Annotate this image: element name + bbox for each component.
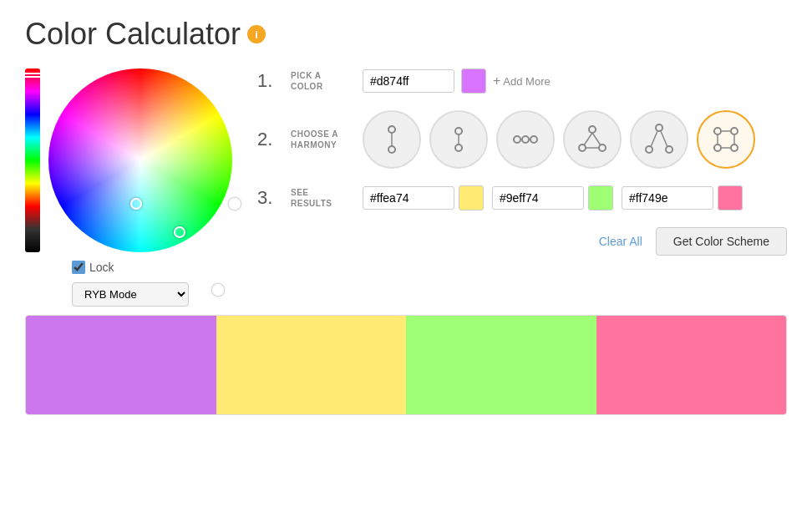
palette-swatch-1 <box>26 316 216 414</box>
svg-point-6 <box>514 136 520 143</box>
right-panel: 1. PICK ACOLOR Add More 2. CHOOSE AHARMO… <box>257 68 787 256</box>
svg-point-8 <box>530 136 537 143</box>
harmony-monochromatic[interactable] <box>363 110 421 169</box>
palette-swatch-2 <box>216 316 407 414</box>
color-wheel[interactable] <box>48 68 232 252</box>
info-icon[interactable]: i <box>247 25 266 43</box>
step1-color-swatch[interactable] <box>461 68 486 94</box>
action-row: Clear All Get Color Scheme <box>257 227 787 256</box>
clear-all-button[interactable]: Clear All <box>599 235 642 248</box>
step3-row: 3. SEERESULTS <box>257 185 787 210</box>
color-palette <box>25 315 787 415</box>
svg-point-3 <box>455 128 462 134</box>
result-swatch-1[interactable] <box>459 185 484 210</box>
wheel-dot-2[interactable] <box>229 198 241 210</box>
hue-slider[interactable] <box>25 68 40 252</box>
step1-color-input[interactable] <box>363 69 454 93</box>
harmony-analogous[interactable] <box>496 110 555 169</box>
svg-line-21 <box>661 131 667 147</box>
add-more-button[interactable]: Add More <box>493 73 551 89</box>
harmony-comp-icon <box>442 123 475 156</box>
svg-point-7 <box>522 136 529 143</box>
svg-line-15 <box>592 133 601 145</box>
step3-label: SEERESULTS <box>291 187 349 209</box>
svg-point-4 <box>455 144 462 151</box>
result-swatch-2[interactable] <box>588 185 613 210</box>
harmony-options <box>363 110 755 169</box>
lock-label: Lock <box>89 261 114 274</box>
result-input-1[interactable] <box>363 186 454 210</box>
result-input-3[interactable] <box>622 186 713 210</box>
page-title: Color Calculator i <box>25 17 787 52</box>
wheel-dot-3[interactable] <box>174 226 185 238</box>
lock-checkbox[interactable] <box>72 261 85 274</box>
results-group <box>363 185 743 210</box>
wheel-dot-1[interactable] <box>130 198 142 210</box>
svg-line-20 <box>651 131 657 147</box>
step2-number: 2. <box>257 129 277 150</box>
color-wheel-container <box>48 68 232 252</box>
harmony-triadic[interactable] <box>563 110 622 169</box>
result-input-2[interactable] <box>492 186 584 210</box>
mode-select[interactable]: RYB Mode RGB Mode HSL Mode <box>72 282 189 307</box>
result-item-3 <box>622 185 743 210</box>
result-item-1 <box>363 185 484 210</box>
svg-point-12 <box>579 144 586 151</box>
svg-point-0 <box>388 126 395 133</box>
harmony-ana-icon <box>509 123 542 156</box>
step2-row: 2. CHOOSE AHARMONY <box>257 110 787 169</box>
step2-label: CHOOSE AHARMONY <box>291 129 349 150</box>
result-swatch-3[interactable] <box>718 185 743 210</box>
harmony-split-comp[interactable] <box>630 110 688 169</box>
palette-swatch-3 <box>406 316 596 414</box>
svg-point-22 <box>714 128 721 134</box>
step3-number: 3. <box>257 187 277 209</box>
hue-slider-thumb <box>23 73 43 78</box>
harmony-tri-icon <box>576 123 609 156</box>
step1-label: PICK ACOLOR <box>291 70 349 92</box>
svg-point-17 <box>656 124 662 131</box>
harmony-mono-icon <box>375 123 409 156</box>
wheel-dot-4[interactable] <box>212 284 224 296</box>
svg-point-11 <box>589 126 596 133</box>
svg-line-14 <box>584 133 592 145</box>
step1-number: 1. <box>257 70 277 92</box>
svg-point-13 <box>599 144 606 151</box>
main-layout: Lock RYB Mode RGB Mode HSL Mode 1. PICK … <box>25 68 787 307</box>
svg-point-18 <box>646 146 652 153</box>
step1-row: 1. PICK ACOLOR Add More <box>257 68 787 94</box>
harmony-tetradic[interactable] <box>697 110 755 169</box>
get-scheme-button[interactable]: Get Color Scheme <box>656 227 787 256</box>
harmony-tet-icon <box>709 123 743 156</box>
svg-point-24 <box>731 144 738 151</box>
step1-input-group: Add More <box>363 68 551 94</box>
harmony-complementary[interactable] <box>429 110 488 169</box>
result-item-2 <box>492 185 613 210</box>
svg-point-1 <box>388 146 395 153</box>
svg-point-19 <box>666 146 672 153</box>
palette-swatch-4 <box>596 316 787 414</box>
lock-row: Lock <box>72 261 114 274</box>
svg-point-23 <box>731 128 738 134</box>
wheel-section: Lock RYB Mode RGB Mode HSL Mode <box>25 68 232 307</box>
harmony-split-icon <box>642 123 676 156</box>
svg-point-25 <box>714 144 721 151</box>
title-text: Color Calculator <box>25 17 241 52</box>
